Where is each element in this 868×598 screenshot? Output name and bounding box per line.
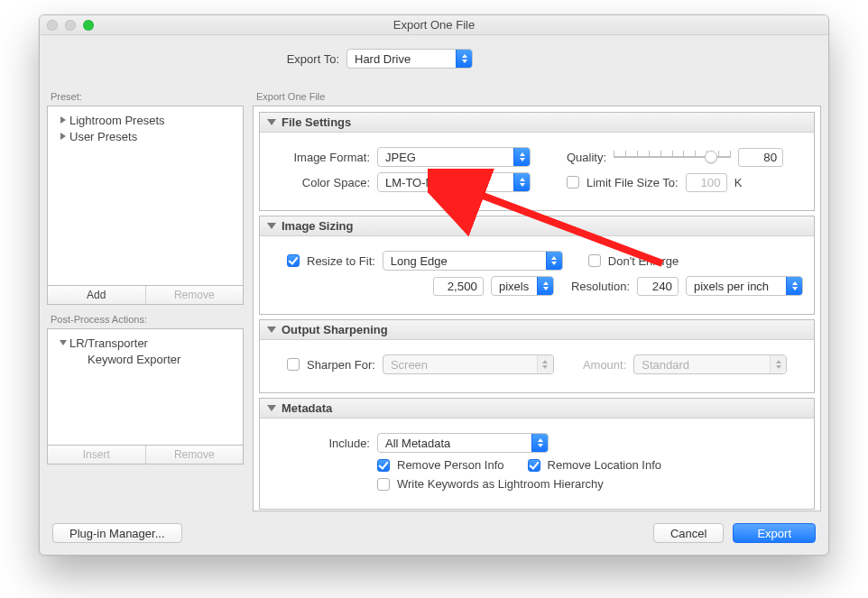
remove-ppa-button[interactable]: Remove xyxy=(145,446,244,464)
dimension-unit-value: pixels xyxy=(499,280,529,293)
chevron-updown-icon xyxy=(513,173,530,191)
include-label: Include: xyxy=(271,437,370,450)
include-value: All Metadata xyxy=(385,437,450,450)
chevron-updown-icon xyxy=(531,434,548,452)
dimension-input[interactable] xyxy=(433,277,484,296)
file-settings-header[interactable]: File Settings xyxy=(260,113,814,133)
remove-person-checkbox[interactable] xyxy=(377,459,390,472)
chevron-updown-icon xyxy=(786,277,802,295)
export-to-value: Hard Drive xyxy=(355,52,411,66)
file-settings-panel: File Settings Image Format: JPEG xyxy=(259,112,815,211)
preset-list[interactable]: Lightroom Presets User Presets xyxy=(47,106,244,286)
close-icon[interactable] xyxy=(47,20,58,31)
titlebar: Export One File xyxy=(40,15,828,35)
image-sizing-header[interactable]: Image Sizing xyxy=(260,216,814,236)
color-space-select[interactable]: LM-TO-Merope xyxy=(377,172,531,192)
resolution-unit-value: pixels per inch xyxy=(694,280,769,293)
export-button[interactable]: Export xyxy=(733,523,816,543)
export-to-label: Export To: xyxy=(256,52,339,66)
disclosure-down-icon xyxy=(267,327,276,333)
right-section-label: Export One File xyxy=(253,89,821,106)
resize-value: Long Edge xyxy=(391,254,448,268)
preset-section-label: Preset: xyxy=(47,89,244,106)
preset-item-label: Lightroom Presets xyxy=(69,114,165,127)
amount-label: Amount: xyxy=(583,358,626,372)
resize-to-fit-checkbox[interactable] xyxy=(287,254,300,267)
output-sharpening-header[interactable]: Output Sharpening xyxy=(260,320,814,340)
metadata-header[interactable]: Metadata xyxy=(260,399,814,419)
image-format-value: JPEG xyxy=(385,151,416,164)
amount-select[interactable]: Standard xyxy=(633,354,787,374)
add-preset-button[interactable]: Add xyxy=(48,286,145,304)
remove-preset-button[interactable]: Remove xyxy=(145,286,244,304)
panel-title: File Settings xyxy=(282,115,351,129)
output-sharpening-panel: Output Sharpening Sharpen For: Screen xyxy=(259,319,815,393)
limit-filesize-input[interactable] xyxy=(686,173,727,192)
include-select[interactable]: All Metadata xyxy=(377,433,549,453)
resolution-input[interactable] xyxy=(637,277,679,296)
write-keywords-label: Write Keywords as Lightroom Hierarchy xyxy=(397,477,604,491)
cancel-button[interactable]: Cancel xyxy=(653,523,724,543)
resize-to-fit-select[interactable]: Long Edge xyxy=(383,251,563,271)
disclosure-right-icon xyxy=(60,116,66,124)
dont-enlarge-checkbox[interactable] xyxy=(588,254,601,267)
resolution-label: Resolution: xyxy=(571,280,630,293)
dimension-unit-select[interactable]: pixels xyxy=(491,276,554,296)
metadata-panel: Metadata Include: All Metadata xyxy=(259,398,815,510)
ppa-subitem-label: Keyword Exporter xyxy=(88,353,180,366)
disclosure-down-icon xyxy=(267,223,276,229)
color-space-label: Color Space: xyxy=(271,176,370,189)
sharpen-for-value: Screen xyxy=(391,358,428,372)
plugin-manager-button[interactable]: Plug-in Manager... xyxy=(52,523,182,543)
sharpen-for-checkbox[interactable] xyxy=(287,358,300,371)
export-to-select[interactable]: Hard Drive xyxy=(346,49,473,69)
disclosure-down-icon xyxy=(60,340,67,345)
remove-location-checkbox[interactable] xyxy=(528,459,540,472)
remove-location-label: Remove Location Info xyxy=(548,458,661,472)
sharpen-for-select[interactable]: Screen xyxy=(383,354,554,374)
minimize-icon[interactable] xyxy=(65,20,76,31)
panel-title: Output Sharpening xyxy=(282,323,388,336)
window-title: Export One File xyxy=(40,18,828,32)
ppa-tree-item[interactable]: LR/Transporter xyxy=(50,335,241,351)
color-space-value: LM-TO-Merope xyxy=(385,176,466,189)
image-format-label: Image Format: xyxy=(271,151,370,164)
limit-filesize-checkbox[interactable] xyxy=(567,176,579,189)
preset-item-label: User Presets xyxy=(69,130,137,143)
ppa-item-label: LR/Transporter xyxy=(69,336,148,350)
chevron-updown-icon xyxy=(537,277,553,295)
chevron-updown-icon xyxy=(513,148,530,166)
insert-ppa-button[interactable]: Insert xyxy=(48,446,145,464)
chevron-updown-icon xyxy=(456,50,472,68)
resolution-unit-select[interactable]: pixels per inch xyxy=(686,276,803,296)
panels-frame: File Settings Image Format: JPEG xyxy=(253,106,821,511)
quality-input[interactable] xyxy=(738,148,783,167)
export-dialog: Export One File Export To: Hard Drive Pr… xyxy=(39,14,829,556)
ppa-list[interactable]: LR/Transporter Keyword Exporter xyxy=(47,328,244,446)
image-sizing-panel: Image Sizing Resize to Fit: Long Edge xyxy=(259,216,815,315)
chevron-updown-icon xyxy=(546,252,562,270)
ppa-section-label: Post-Process Actions: xyxy=(47,312,244,328)
slider-knob-icon[interactable] xyxy=(705,151,717,163)
resize-to-fit-label: Resize to Fit: xyxy=(307,254,375,268)
panel-title: Image Sizing xyxy=(282,219,353,233)
quality-label: Quality: xyxy=(567,151,606,164)
ppa-tree-subitem[interactable]: Keyword Exporter xyxy=(50,351,241,367)
disclosure-right-icon xyxy=(60,133,66,140)
remove-person-label: Remove Person Info xyxy=(397,458,504,472)
limit-filesize-label: Limit File Size To: xyxy=(586,176,679,189)
limit-unit-label: K xyxy=(734,176,743,189)
image-format-select[interactable]: JPEG xyxy=(377,147,531,167)
write-keywords-checkbox[interactable] xyxy=(377,478,390,491)
chevron-updown-icon xyxy=(537,355,553,373)
panel-title: Metadata xyxy=(282,401,332,415)
sharpen-for-label: Sharpen For: xyxy=(307,358,375,372)
disclosure-down-icon xyxy=(267,405,276,411)
chevron-updown-icon xyxy=(770,355,786,373)
preset-tree-item[interactable]: Lightroom Presets xyxy=(50,112,241,128)
preset-tree-item[interactable]: User Presets xyxy=(50,128,241,144)
dont-enlarge-label: Don't Enlarge xyxy=(608,254,679,268)
zoom-icon[interactable] xyxy=(83,20,94,31)
quality-slider[interactable] xyxy=(614,149,731,165)
disclosure-down-icon xyxy=(267,119,276,125)
